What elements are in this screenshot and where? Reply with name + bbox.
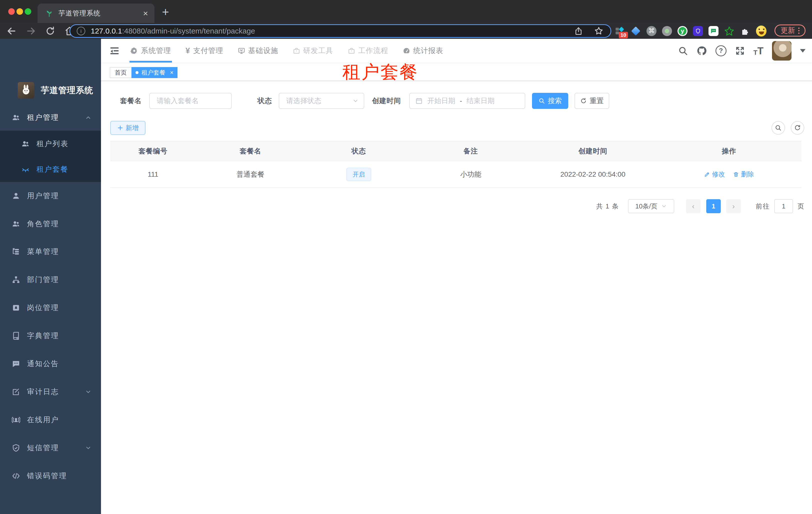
extension-icon[interactable]: 10 [614, 26, 625, 36]
sidebar-item-error-code[interactable]: 错误码管理 [0, 467, 101, 485]
red-annotation-text: 租户套餐 [343, 63, 418, 81]
fullscreen-icon[interactable] [735, 46, 745, 56]
end-date-placeholder[interactable]: 结束日期 [466, 96, 494, 106]
tag-close-icon[interactable]: × [170, 69, 174, 76]
sidebar-item-audit-log[interactable]: 审计日志 [0, 383, 101, 401]
close-window-button[interactable] [8, 8, 15, 15]
font-size-icon[interactable]: TT [754, 46, 763, 56]
browser-tab[interactable]: 芋道管理系统 × [37, 3, 154, 23]
dashboard-icon [403, 47, 410, 55]
top-menu: 系统管理 ¥ 支付管理 基础设施 研发工具 [130, 39, 443, 62]
sidebar-item-dept-management[interactable]: 部门管理 [0, 271, 101, 289]
app-logo-row[interactable]: 芋道管理系统 [18, 82, 93, 99]
peoples-icon [11, 220, 21, 228]
next-page-button[interactable]: › [726, 199, 741, 213]
package-name-input[interactable]: 请输入套餐名 [149, 93, 232, 109]
top-menu-infrastructure[interactable]: 基础设施 [238, 46, 278, 56]
top-menu-reports[interactable]: 统计报表 [403, 46, 443, 56]
sidebar-item-tenant-management[interactable]: 租户管理 [0, 109, 101, 126]
sidebar-item-menu-management[interactable]: 菜单管理 [0, 243, 101, 261]
address-bar[interactable]: i 127.0.0.1:48080/admin-ui/system/tenant… [69, 24, 611, 38]
avatar-caret-icon[interactable] [800, 49, 806, 53]
reset-button[interactable]: 重置 [575, 93, 609, 109]
sidebar-item-online-users[interactable]: 在线用户 [0, 411, 101, 429]
navbar-actions: ? TT [678, 39, 806, 62]
code-icon [11, 472, 21, 480]
goto-page-input[interactable]: 1 [774, 199, 793, 213]
status-select[interactable]: 请选择状态 [279, 93, 364, 109]
extensions-puzzle-icon[interactable] [740, 26, 751, 36]
sidebar-item-dict-management[interactable]: 字典管理 [0, 327, 101, 345]
start-date-placeholder[interactable]: 开始日期 [427, 96, 455, 106]
monitor-icon [238, 47, 245, 55]
github-icon[interactable] [696, 46, 707, 56]
new-tab-button[interactable]: + [162, 5, 169, 19]
top-menu-system[interactable]: 系统管理 [130, 46, 171, 56]
bookmark-star-icon[interactable] [594, 26, 604, 36]
extension-y-icon[interactable]: y [677, 26, 688, 36]
more-menu-icon[interactable] [798, 28, 800, 34]
active-menu-underline [129, 61, 172, 62]
tag-home[interactable]: 首页 [110, 67, 132, 78]
browser-update-button[interactable]: 更新 [775, 25, 806, 36]
calendar-icon [415, 97, 423, 105]
shield-check-icon [11, 444, 21, 452]
peoples-icon [11, 113, 21, 122]
back-icon[interactable] [6, 26, 17, 36]
extension-bar: 10 ⌘ y [614, 23, 766, 39]
sidebar-item-tenant-package[interactable]: 租户套餐 [0, 161, 101, 178]
table-refresh-icon[interactable] [791, 121, 804, 135]
table-row[interactable]: 111 普通套餐 开启 小功能 2022-02-22 00:54:00 修改 [110, 161, 802, 188]
zoom-window-button[interactable] [25, 8, 31, 15]
sidebar-item-tenant-list[interactable]: 租户列表 [0, 135, 101, 153]
search-button[interactable]: 搜索 [532, 93, 568, 109]
yen-icon: ¥ [185, 46, 190, 55]
sidebar-item-post-management[interactable]: 岗位管理 [0, 299, 101, 317]
profile-avatar-emoji[interactable] [756, 26, 766, 36]
share-icon[interactable] [574, 27, 583, 35]
sidebar-item-role-management[interactable]: 角色管理 [0, 215, 101, 233]
extension-command-icon[interactable]: ⌘ [646, 26, 657, 36]
extension-chat-icon[interactable] [708, 26, 719, 36]
top-menu-workflow[interactable]: 工作流程 [348, 46, 388, 56]
forward-icon[interactable] [26, 26, 36, 36]
dictionary-icon [11, 331, 21, 340]
sidebar-item-notice[interactable]: 通知公告 [0, 355, 101, 373]
pagination: 共 1 条 10条/页 ‹ 1 › 前往 1 页 [596, 199, 804, 213]
col-header-created: 创建时间 [529, 141, 657, 161]
header-search-icon[interactable] [678, 46, 688, 56]
chevron-down-icon [85, 389, 91, 395]
prev-page-button[interactable]: ‹ [686, 199, 700, 213]
tab-close-icon[interactable]: × [143, 9, 148, 18]
site-info-icon[interactable]: i [77, 27, 85, 35]
tags-view-bar: 首页 租户套餐 × [101, 62, 812, 81]
extension-gem-icon[interactable] [631, 26, 641, 36]
extension-star-icon[interactable] [724, 26, 734, 36]
page-size-select[interactable]: 10条/页 [628, 199, 674, 213]
sidebar-item-sms-management[interactable]: 短信管理 [0, 439, 101, 457]
extension-dot-icon[interactable] [662, 26, 672, 36]
table-header-row: 套餐编号 套餐名 状态 备注 创建时间 操作 [110, 141, 802, 161]
cell-package-id: 111 [110, 161, 196, 187]
date-range-picker[interactable]: 开始日期 - 结束日期 [409, 93, 525, 109]
delete-link[interactable]: 删除 [733, 170, 754, 179]
table-search-toggle-icon[interactable] [772, 121, 785, 135]
url-text[interactable]: 127.0.0.1:48080/admin-ui/system/tenant/p… [91, 27, 255, 35]
edit-link[interactable]: 修改 [704, 170, 725, 179]
log-edit-icon [11, 388, 21, 396]
page-1-button[interactable]: 1 [706, 199, 721, 213]
sidebar-item-user-management[interactable]: 用户管理 [0, 187, 101, 205]
extension-shield-icon[interactable] [693, 26, 703, 36]
tag-tenant-package[interactable]: 租户套餐 × [132, 67, 177, 78]
top-menu-payment[interactable]: ¥ 支付管理 [185, 46, 223, 56]
top-menu-dev-tools[interactable]: 研发工具 [293, 46, 333, 56]
add-button[interactable]: 新增 [110, 121, 145, 135]
user-avatar[interactable] [772, 41, 791, 60]
reload-icon[interactable] [46, 26, 55, 36]
browser-titlebar: 芋道管理系统 × + [0, 0, 812, 23]
sidebar-collapse-icon[interactable] [109, 45, 120, 57]
minimize-window-button[interactable] [17, 8, 23, 15]
message-icon [11, 360, 21, 368]
briefcase-icon [293, 47, 300, 55]
help-icon[interactable]: ? [716, 45, 726, 56]
